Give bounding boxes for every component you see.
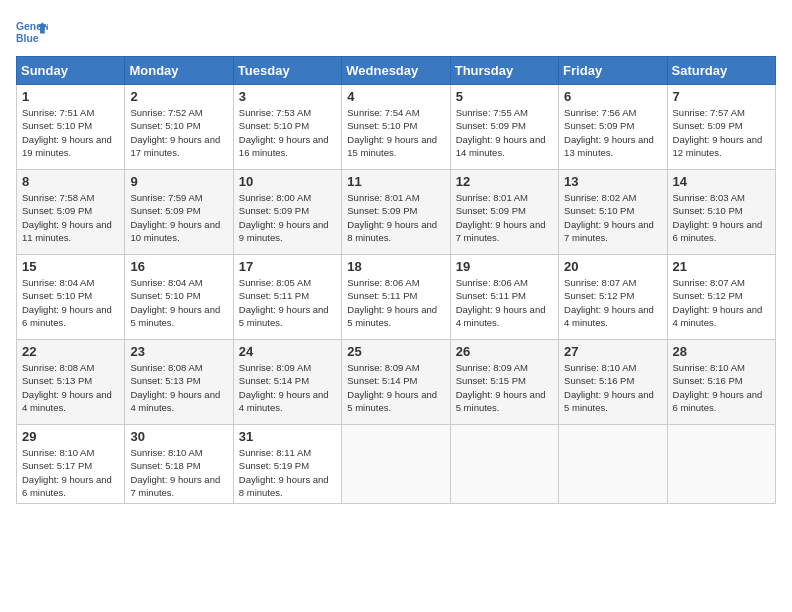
day-info: Sunrise: 7:54 AMSunset: 5:10 PMDaylight:… (347, 107, 437, 158)
day-info: Sunrise: 8:04 AMSunset: 5:10 PMDaylight:… (22, 277, 112, 328)
day-info: Sunrise: 8:09 AMSunset: 5:14 PMDaylight:… (347, 362, 437, 413)
day-info: Sunrise: 8:10 AMSunset: 5:16 PMDaylight:… (564, 362, 654, 413)
calendar-cell: 7 Sunrise: 7:57 AMSunset: 5:09 PMDayligh… (667, 85, 775, 170)
day-number: 20 (564, 259, 661, 274)
day-info: Sunrise: 8:01 AMSunset: 5:09 PMDaylight:… (456, 192, 546, 243)
day-number: 5 (456, 89, 553, 104)
day-number: 13 (564, 174, 661, 189)
day-header-thursday: Thursday (450, 57, 558, 85)
calendar-cell: 24 Sunrise: 8:09 AMSunset: 5:14 PMDaylig… (233, 340, 341, 425)
calendar-table: SundayMondayTuesdayWednesdayThursdayFrid… (16, 56, 776, 504)
day-info: Sunrise: 8:07 AMSunset: 5:12 PMDaylight:… (564, 277, 654, 328)
calendar-cell: 30 Sunrise: 8:10 AMSunset: 5:18 PMDaylig… (125, 425, 233, 504)
calendar-cell: 27 Sunrise: 8:10 AMSunset: 5:16 PMDaylig… (559, 340, 667, 425)
day-number: 10 (239, 174, 336, 189)
calendar-cell: 18 Sunrise: 8:06 AMSunset: 5:11 PMDaylig… (342, 255, 450, 340)
day-header-monday: Monday (125, 57, 233, 85)
day-number: 6 (564, 89, 661, 104)
calendar-cell: 8 Sunrise: 7:58 AMSunset: 5:09 PMDayligh… (17, 170, 125, 255)
calendar-cell: 21 Sunrise: 8:07 AMSunset: 5:12 PMDaylig… (667, 255, 775, 340)
day-number: 21 (673, 259, 770, 274)
day-header-wednesday: Wednesday (342, 57, 450, 85)
day-number: 22 (22, 344, 119, 359)
day-number: 14 (673, 174, 770, 189)
day-number: 26 (456, 344, 553, 359)
calendar-cell: 20 Sunrise: 8:07 AMSunset: 5:12 PMDaylig… (559, 255, 667, 340)
day-info: Sunrise: 8:05 AMSunset: 5:11 PMDaylight:… (239, 277, 329, 328)
calendar-cell: 31 Sunrise: 8:11 AMSunset: 5:19 PMDaylig… (233, 425, 341, 504)
calendar-cell: 5 Sunrise: 7:55 AMSunset: 5:09 PMDayligh… (450, 85, 558, 170)
day-info: Sunrise: 8:04 AMSunset: 5:10 PMDaylight:… (130, 277, 220, 328)
page-header: General Blue (16, 16, 776, 48)
calendar-cell: 19 Sunrise: 8:06 AMSunset: 5:11 PMDaylig… (450, 255, 558, 340)
day-info: Sunrise: 8:06 AMSunset: 5:11 PMDaylight:… (456, 277, 546, 328)
day-number: 3 (239, 89, 336, 104)
day-info: Sunrise: 8:02 AMSunset: 5:10 PMDaylight:… (564, 192, 654, 243)
day-number: 8 (22, 174, 119, 189)
day-info: Sunrise: 8:08 AMSunset: 5:13 PMDaylight:… (22, 362, 112, 413)
day-info: Sunrise: 8:10 AMSunset: 5:18 PMDaylight:… (130, 447, 220, 498)
day-info: Sunrise: 8:09 AMSunset: 5:15 PMDaylight:… (456, 362, 546, 413)
day-number: 11 (347, 174, 444, 189)
day-number: 12 (456, 174, 553, 189)
calendar-cell: 6 Sunrise: 7:56 AMSunset: 5:09 PMDayligh… (559, 85, 667, 170)
day-number: 16 (130, 259, 227, 274)
calendar-cell: 15 Sunrise: 8:04 AMSunset: 5:10 PMDaylig… (17, 255, 125, 340)
calendar-cell: 2 Sunrise: 7:52 AMSunset: 5:10 PMDayligh… (125, 85, 233, 170)
calendar-cell: 4 Sunrise: 7:54 AMSunset: 5:10 PMDayligh… (342, 85, 450, 170)
day-info: Sunrise: 8:11 AMSunset: 5:19 PMDaylight:… (239, 447, 329, 498)
day-number: 7 (673, 89, 770, 104)
calendar-cell: 22 Sunrise: 8:08 AMSunset: 5:13 PMDaylig… (17, 340, 125, 425)
calendar-cell: 12 Sunrise: 8:01 AMSunset: 5:09 PMDaylig… (450, 170, 558, 255)
day-number: 29 (22, 429, 119, 444)
logo-icon: General Blue (16, 16, 48, 48)
calendar-cell: 1 Sunrise: 7:51 AMSunset: 5:10 PMDayligh… (17, 85, 125, 170)
day-info: Sunrise: 8:10 AMSunset: 5:17 PMDaylight:… (22, 447, 112, 498)
calendar-cell: 25 Sunrise: 8:09 AMSunset: 5:14 PMDaylig… (342, 340, 450, 425)
day-number: 30 (130, 429, 227, 444)
day-number: 9 (130, 174, 227, 189)
day-info: Sunrise: 7:58 AMSunset: 5:09 PMDaylight:… (22, 192, 112, 243)
calendar-cell: 10 Sunrise: 8:00 AMSunset: 5:09 PMDaylig… (233, 170, 341, 255)
day-info: Sunrise: 8:08 AMSunset: 5:13 PMDaylight:… (130, 362, 220, 413)
day-info: Sunrise: 8:09 AMSunset: 5:14 PMDaylight:… (239, 362, 329, 413)
day-info: Sunrise: 8:03 AMSunset: 5:10 PMDaylight:… (673, 192, 763, 243)
day-info: Sunrise: 7:55 AMSunset: 5:09 PMDaylight:… (456, 107, 546, 158)
calendar-cell (667, 425, 775, 504)
logo: General Blue (16, 16, 48, 48)
day-info: Sunrise: 8:06 AMSunset: 5:11 PMDaylight:… (347, 277, 437, 328)
day-number: 19 (456, 259, 553, 274)
calendar-cell (450, 425, 558, 504)
calendar-cell: 14 Sunrise: 8:03 AMSunset: 5:10 PMDaylig… (667, 170, 775, 255)
svg-text:Blue: Blue (16, 33, 39, 44)
day-number: 1 (22, 89, 119, 104)
day-header-saturday: Saturday (667, 57, 775, 85)
day-info: Sunrise: 8:01 AMSunset: 5:09 PMDaylight:… (347, 192, 437, 243)
day-number: 28 (673, 344, 770, 359)
day-number: 18 (347, 259, 444, 274)
day-info: Sunrise: 8:10 AMSunset: 5:16 PMDaylight:… (673, 362, 763, 413)
calendar-cell: 11 Sunrise: 8:01 AMSunset: 5:09 PMDaylig… (342, 170, 450, 255)
day-info: Sunrise: 7:51 AMSunset: 5:10 PMDaylight:… (22, 107, 112, 158)
day-info: Sunrise: 7:52 AMSunset: 5:10 PMDaylight:… (130, 107, 220, 158)
day-info: Sunrise: 8:00 AMSunset: 5:09 PMDaylight:… (239, 192, 329, 243)
day-number: 4 (347, 89, 444, 104)
calendar-cell: 16 Sunrise: 8:04 AMSunset: 5:10 PMDaylig… (125, 255, 233, 340)
day-info: Sunrise: 7:53 AMSunset: 5:10 PMDaylight:… (239, 107, 329, 158)
day-header-sunday: Sunday (17, 57, 125, 85)
day-number: 25 (347, 344, 444, 359)
calendar-cell (342, 425, 450, 504)
calendar-cell: 9 Sunrise: 7:59 AMSunset: 5:09 PMDayligh… (125, 170, 233, 255)
calendar-header: SundayMondayTuesdayWednesdayThursdayFrid… (17, 57, 776, 85)
day-number: 17 (239, 259, 336, 274)
day-number: 31 (239, 429, 336, 444)
day-header-tuesday: Tuesday (233, 57, 341, 85)
day-info: Sunrise: 7:59 AMSunset: 5:09 PMDaylight:… (130, 192, 220, 243)
calendar-cell: 3 Sunrise: 7:53 AMSunset: 5:10 PMDayligh… (233, 85, 341, 170)
day-number: 27 (564, 344, 661, 359)
calendar-cell: 17 Sunrise: 8:05 AMSunset: 5:11 PMDaylig… (233, 255, 341, 340)
day-number: 24 (239, 344, 336, 359)
day-number: 23 (130, 344, 227, 359)
calendar-cell: 29 Sunrise: 8:10 AMSunset: 5:17 PMDaylig… (17, 425, 125, 504)
calendar-cell: 26 Sunrise: 8:09 AMSunset: 5:15 PMDaylig… (450, 340, 558, 425)
